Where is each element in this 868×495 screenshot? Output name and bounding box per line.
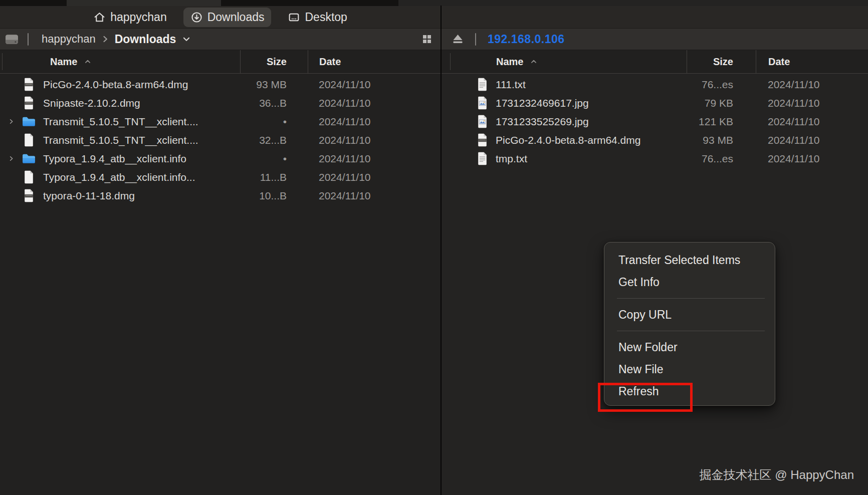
- column-header-size[interactable]: Size: [687, 50, 756, 73]
- file-size: 11...B: [240, 171, 308, 183]
- file-date: 2024/11/10: [308, 134, 441, 146]
- home-icon: [93, 11, 106, 24]
- file-icon: [20, 170, 37, 184]
- file-name: Snipaste-2.10.2.dmg: [43, 97, 140, 109]
- top-strip-segment: [67, 0, 221, 6]
- path-separator: [475, 33, 476, 46]
- file-size: 76...es: [687, 153, 756, 165]
- folder-icon: [20, 152, 37, 165]
- dmg-icon: [20, 78, 37, 91]
- jpg-icon: [475, 115, 490, 128]
- file-row[interactable]: PicGo-2.4.0-beta.8-arm64.dmg 93 MB 2024/…: [442, 131, 868, 149]
- remote-list-header: Name Size Date: [442, 50, 868, 74]
- breadcrumb-root[interactable]: happychan: [42, 33, 96, 46]
- file-date: 2024/11/10: [756, 153, 868, 165]
- file-row[interactable]: Typora_1.9.4_atb__xclient.info • 2024/11…: [0, 149, 441, 168]
- file-date: 2024/11/10: [756, 79, 868, 91]
- disk-icon[interactable]: [5, 33, 19, 46]
- remote-file-list: 111.txt 76...es 2024/11/10 1731232469617…: [442, 74, 868, 168]
- file-row[interactable]: Transmit_5.10.5_TNT__xclient.... • 2024/…: [0, 112, 441, 131]
- breadcrumb-chevron-icon: [100, 33, 110, 46]
- file-size: 79 KB: [687, 97, 756, 109]
- file-icon: [20, 133, 37, 147]
- eject-icon[interactable]: [452, 34, 464, 45]
- file-row[interactable]: typora-0-11-18.dmg 10...B 2024/11/10: [0, 186, 441, 205]
- file-row[interactable]: 111.txt 76...es 2024/11/10: [442, 75, 868, 94]
- file-row[interactable]: Transmit_5.10.5_TNT__xclient.... 32...B …: [0, 131, 441, 149]
- transmit-window: happychan Downloads Desktop happychan Do…: [0, 0, 868, 495]
- local-pane: happychan Downloads Desktop happychan Do…: [0, 6, 441, 495]
- desktop-icon: [288, 11, 300, 24]
- file-name: Typora_1.9.4_atb__xclient.info: [43, 153, 186, 165]
- pane-divider[interactable]: [441, 6, 442, 495]
- file-name: Transmit_5.10.5_TNT__xclient....: [43, 116, 198, 128]
- top-strip-segment: [398, 0, 868, 6]
- file-size: 121 KB: [687, 116, 756, 128]
- file-name: Transmit_5.10.5_TNT__xclient....: [43, 134, 198, 146]
- file-size: 76...es: [687, 79, 756, 91]
- file-size: 36...B: [240, 97, 308, 109]
- local-file-list: PicGo-2.4.0-beta.8-arm64.dmg 93 MB 2024/…: [0, 74, 441, 205]
- file-date: 2024/11/10: [756, 134, 868, 146]
- column-header-size[interactable]: Size: [240, 50, 308, 73]
- local-path-bar: happychan Downloads: [0, 29, 441, 50]
- menu-item-new-file[interactable]: New File: [604, 358, 775, 380]
- menu-item-copy-url[interactable]: Copy URL: [604, 304, 775, 326]
- txt-icon: [475, 78, 490, 91]
- file-date: 2024/11/10: [308, 171, 441, 183]
- expand-chevron-icon[interactable]: [7, 155, 15, 162]
- tab-downloads[interactable]: Downloads: [183, 8, 272, 27]
- location-tab-bar: happychan Downloads Desktop: [0, 6, 441, 29]
- remote-path-bar: 192.168.0.106: [442, 29, 868, 50]
- file-row[interactable]: Snipaste-2.10.2.dmg 36...B 2024/11/10: [0, 94, 441, 112]
- file-row[interactable]: 1731233525269.jpg 121 KB 2024/11/10: [442, 112, 868, 131]
- file-name: typora-0-11-18.dmg: [43, 190, 135, 202]
- jpg-icon: [475, 96, 490, 110]
- file-size: 32...B: [240, 134, 308, 146]
- column-header-name[interactable]: Name: [442, 56, 687, 68]
- expand-chevron-icon[interactable]: [7, 118, 15, 125]
- context-menu: Transfer Selected ItemsGet InfoCopy URLN…: [604, 242, 775, 406]
- window-top-strip: [0, 0, 868, 6]
- file-row[interactable]: Typora_1.9.4_atb__xclient.info... 11...B…: [0, 168, 441, 186]
- file-date: 2024/11/10: [308, 190, 441, 202]
- downloads-icon: [190, 11, 203, 24]
- view-grid-icon[interactable]: [422, 35, 431, 44]
- dmg-icon: [20, 189, 37, 202]
- sort-ascending-icon: [529, 57, 538, 66]
- txt-icon: [475, 152, 490, 165]
- menu-item-refresh[interactable]: Refresh: [604, 380, 775, 402]
- file-name: PicGo-2.4.0-beta.8-arm64.dmg: [496, 134, 640, 146]
- sort-ascending-icon: [83, 57, 92, 66]
- column-header-date[interactable]: Date: [308, 50, 441, 73]
- server-address[interactable]: 192.168.0.106: [488, 33, 565, 46]
- file-row[interactable]: tmp.txt 76...es 2024/11/10: [442, 149, 868, 168]
- menu-item-new-folder[interactable]: New Folder: [604, 336, 775, 358]
- file-name: PicGo-2.4.0-beta.8-arm64.dmg: [43, 79, 188, 91]
- column-header-name[interactable]: Name: [0, 56, 240, 68]
- file-date: 2024/11/10: [756, 116, 868, 128]
- file-date: 2024/11/10: [308, 97, 441, 109]
- menu-item-get-info[interactable]: Get Info: [604, 271, 775, 293]
- watermark: 掘金技术社区 @ HappyChan: [700, 467, 854, 483]
- file-name: tmp.txt: [496, 153, 527, 165]
- breadcrumb-current[interactable]: Downloads: [115, 33, 176, 46]
- file-size: 93 MB: [240, 79, 308, 91]
- folder-icon: [20, 115, 37, 128]
- file-name: 1731232469617.jpg: [496, 97, 589, 109]
- file-row[interactable]: PicGo-2.4.0-beta.8-arm64.dmg 93 MB 2024/…: [0, 75, 441, 94]
- menu-separator: [617, 331, 765, 331]
- file-row[interactable]: 1731232469617.jpg 79 KB 2024/11/10: [442, 94, 868, 112]
- local-list-header: Name Size Date: [0, 50, 441, 74]
- tab-happychan[interactable]: happychan: [86, 8, 174, 27]
- file-date: 2024/11/10: [308, 116, 441, 128]
- remote-tab-bar: [442, 6, 868, 29]
- file-name: Typora_1.9.4_atb__xclient.info...: [43, 171, 195, 183]
- folder-dropdown-icon[interactable]: [181, 34, 192, 45]
- file-name: 111.txt: [496, 79, 526, 91]
- menu-item-transfer-selected-items[interactable]: Transfer Selected Items: [604, 249, 775, 271]
- tab-desktop[interactable]: Desktop: [281, 8, 354, 27]
- file-size: 10...B: [240, 190, 308, 202]
- file-date: 2024/11/10: [308, 79, 441, 91]
- column-header-date[interactable]: Date: [756, 50, 868, 73]
